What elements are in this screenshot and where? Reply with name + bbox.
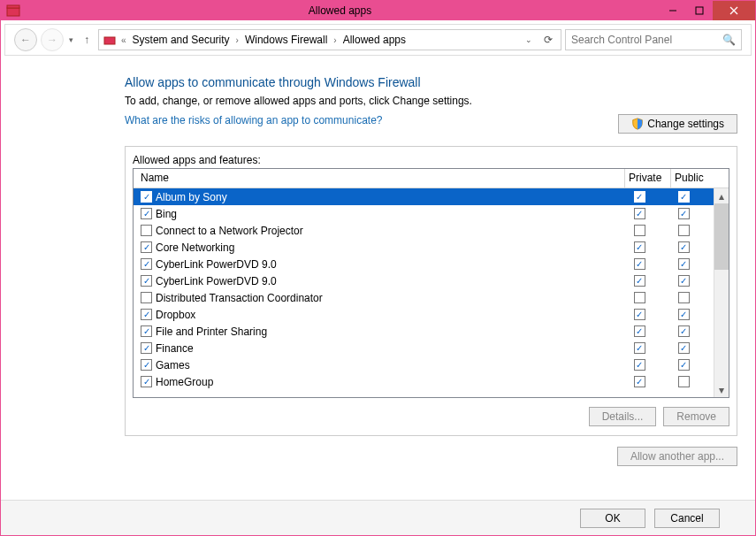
content: Allow apps to communicate through Window… — [1, 56, 755, 484]
private-checkbox[interactable] — [634, 359, 645, 371]
app-name: CyberLink PowerDVD 9.0 — [156, 275, 618, 287]
chevron-right-icon: › — [331, 35, 339, 45]
public-checkbox[interactable] — [678, 241, 690, 253]
col-header-name[interactable]: Name — [134, 169, 625, 188]
public-checkbox[interactable] — [678, 376, 690, 387]
remove-button[interactable]: Remove — [663, 407, 729, 426]
private-checkbox[interactable] — [634, 309, 645, 320]
public-checkbox[interactable] — [678, 292, 690, 303]
scroll-down-icon[interactable]: ▾ — [714, 382, 729, 397]
list-row[interactable]: Album by Sony — [134, 188, 714, 205]
col-header-private[interactable]: Private — [625, 169, 671, 188]
risks-link[interactable]: What are the risks of allowing an app to… — [125, 114, 382, 126]
enable-checkbox[interactable] — [141, 225, 152, 236]
scrollbar-thumb[interactable] — [714, 203, 729, 270]
minimize-button[interactable] — [660, 1, 686, 20]
enable-checkbox[interactable] — [141, 309, 152, 320]
enable-checkbox[interactable] — [141, 325, 152, 337]
list-row[interactable]: Games — [134, 356, 714, 373]
breadcrumb-part[interactable]: Allowed apps — [341, 34, 408, 46]
maximize-button[interactable] — [686, 1, 713, 20]
dialog-footer: OK Cancel — [1, 500, 755, 535]
search-icon[interactable]: 🔍 — [722, 34, 736, 46]
forward-button[interactable]: → — [41, 28, 64, 51]
change-settings-button[interactable]: Change settings — [618, 114, 737, 134]
public-checkbox[interactable] — [678, 342, 690, 354]
breadcrumb-part[interactable]: System and Security — [131, 34, 232, 46]
close-button[interactable] — [713, 1, 755, 20]
public-checkbox[interactable] — [678, 191, 690, 203]
private-checkbox[interactable] — [634, 275, 645, 287]
history-dropdown[interactable]: ▾ — [67, 35, 75, 44]
private-checkbox[interactable] — [634, 292, 645, 303]
private-checkbox[interactable] — [634, 342, 645, 354]
scroll-up-icon[interactable]: ▴ — [714, 188, 729, 203]
list-row[interactable]: Bing — [134, 205, 714, 222]
enable-checkbox[interactable] — [141, 342, 152, 354]
enable-checkbox[interactable] — [141, 376, 152, 387]
app-name: CyberLink PowerDVD 9.0 — [156, 258, 618, 271]
private-checkbox[interactable] — [634, 325, 645, 337]
enable-checkbox[interactable] — [141, 258, 152, 270]
list-row[interactable]: Finance — [134, 340, 714, 356]
svg-rect-0 — [7, 8, 19, 16]
app-name: Games — [156, 359, 618, 371]
list-row[interactable]: Distributed Transaction Coordinator — [134, 289, 714, 306]
enable-checkbox[interactable] — [141, 359, 152, 371]
list-row[interactable]: Connect to a Network Projector — [134, 222, 714, 239]
ok-button[interactable]: OK — [580, 509, 645, 528]
search-box[interactable]: 🔍 — [565, 29, 742, 50]
svg-rect-1 — [7, 5, 19, 8]
cancel-button[interactable]: Cancel — [654, 509, 720, 528]
firewall-icon — [103, 33, 117, 47]
private-checkbox[interactable] — [634, 241, 645, 253]
public-checkbox[interactable] — [678, 208, 690, 219]
list-row[interactable]: File and Printer Sharing — [134, 323, 714, 340]
page-desc: To add, change, or remove allowed apps a… — [125, 95, 737, 107]
list-row[interactable]: CyberLink PowerDVD 9.0 — [134, 272, 714, 289]
apps-list: Name Private Public Album by SonyBingCon… — [133, 168, 729, 398]
enable-checkbox[interactable] — [141, 191, 152, 203]
enable-checkbox[interactable] — [141, 208, 152, 219]
private-checkbox[interactable] — [634, 258, 645, 270]
app-name: Connect to a Network Projector — [156, 225, 618, 237]
private-checkbox[interactable] — [634, 191, 645, 203]
list-row[interactable]: CyberLink PowerDVD 9.0 — [134, 256, 714, 272]
public-checkbox[interactable] — [678, 325, 690, 337]
legend-title: Allowed apps and features: — [133, 154, 729, 166]
list-row[interactable]: Dropbox — [134, 306, 714, 323]
private-checkbox[interactable] — [634, 225, 645, 236]
list-row[interactable]: HomeGroup — [134, 373, 714, 390]
public-checkbox[interactable] — [678, 275, 690, 287]
public-checkbox[interactable] — [678, 258, 690, 270]
up-button[interactable]: ↑ — [79, 32, 95, 48]
chevron-right-icon: « — [118, 35, 129, 45]
enable-checkbox[interactable] — [141, 241, 152, 253]
svg-rect-6 — [104, 37, 115, 44]
enable-checkbox[interactable] — [141, 292, 152, 303]
breadcrumb-dropdown[interactable]: ⌄ — [520, 35, 538, 44]
col-header-public[interactable]: Public — [671, 169, 714, 188]
details-button[interactable]: Details... — [589, 407, 657, 426]
titlebar: Allowed apps — [1, 1, 755, 20]
breadcrumb-part[interactable]: Windows Firewall — [243, 34, 329, 46]
private-checkbox[interactable] — [634, 376, 645, 387]
window-title: Allowed apps — [20, 4, 660, 17]
page-heading: Allow apps to communicate through Window… — [125, 75, 737, 89]
list-row[interactable]: Core Networking — [134, 239, 714, 256]
allowed-apps-group: Allowed apps and features: Name Private … — [125, 146, 737, 436]
allow-another-app-button[interactable]: Allow another app... — [617, 447, 737, 466]
refresh-button[interactable]: ⟳ — [539, 34, 557, 46]
app-name: HomeGroup — [156, 376, 618, 388]
public-checkbox[interactable] — [678, 225, 690, 236]
search-input[interactable] — [571, 34, 722, 46]
firewall-icon — [6, 4, 20, 18]
breadcrumb[interactable]: « System and Security › Windows Firewall… — [98, 29, 561, 50]
app-name: Core Networking — [156, 241, 618, 254]
public-checkbox[interactable] — [678, 359, 690, 371]
scrollbar[interactable]: ▴ ▾ — [714, 188, 729, 397]
back-button[interactable]: ← — [14, 28, 37, 51]
private-checkbox[interactable] — [634, 208, 645, 219]
enable-checkbox[interactable] — [141, 275, 152, 287]
public-checkbox[interactable] — [678, 309, 690, 320]
